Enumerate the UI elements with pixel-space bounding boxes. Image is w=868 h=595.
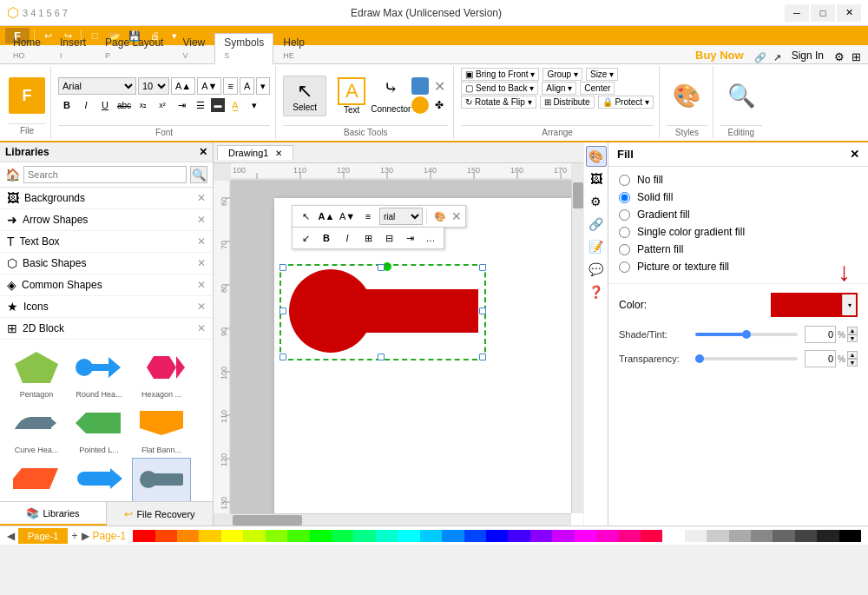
shade-tint-up[interactable]: ▲	[847, 327, 858, 334]
help-side-icon[interactable]: ❓	[586, 281, 607, 302]
note-side-icon[interactable]: 📝	[586, 236, 607, 257]
single-color-gradient-radio[interactable]	[619, 227, 630, 238]
handle-mr[interactable]	[479, 307, 486, 314]
ft-align-btn[interactable]: ≡	[358, 208, 378, 225]
shape-pentagon[interactable]: Pentagon	[7, 347, 66, 399]
color-cell[interactable]	[817, 530, 838, 542]
shade-tint-thumb[interactable]	[742, 330, 751, 339]
picture-texture-radio[interactable]	[619, 261, 630, 273]
font-family-select[interactable]: Arial	[58, 77, 136, 95]
fill-side-icon[interactable]: 🎨	[586, 146, 607, 167]
shape-circle-btn[interactable]	[411, 96, 429, 114]
library-item-2d-block[interactable]: ⊞ 2D Block ✕	[0, 318, 213, 340]
color-cell[interactable]	[310, 530, 332, 542]
color-cell[interactable]	[641, 530, 662, 542]
ft2-more-btn[interactable]: …	[421, 229, 440, 247]
transparency-up[interactable]: ▲	[847, 351, 858, 359]
color-cell[interactable]	[662, 530, 684, 542]
handle-br[interactable]	[479, 354, 486, 360]
ft2-img-btn[interactable]: ⊞	[358, 229, 378, 247]
align-button[interactable]: Align ▾	[542, 82, 576, 95]
color-cell[interactable]	[199, 530, 220, 542]
color-cell[interactable]	[221, 530, 243, 542]
font-color-button[interactable]: A	[240, 77, 254, 95]
color-cell[interactable]	[729, 530, 751, 542]
bold-button[interactable]: B	[58, 96, 76, 114]
library-item-arrow-shapes[interactable]: ➜ Arrow Shapes ✕	[0, 209, 213, 231]
ft-close-btn[interactable]: ✕	[451, 209, 462, 223]
no-fill-option[interactable]: No fill	[619, 174, 858, 186]
italic-button[interactable]: I	[77, 96, 95, 114]
transparency-thumb[interactable]	[695, 354, 704, 363]
color-cell[interactable]	[243, 530, 265, 542]
solid-fill-option[interactable]: Solid fill	[619, 191, 858, 203]
shade-tint-track[interactable]	[695, 333, 798, 336]
superscript-button[interactable]: x²	[154, 96, 171, 114]
color-cell[interactable]	[486, 530, 508, 542]
more-font-button[interactable]: ▾	[256, 77, 270, 95]
buy-now-button[interactable]: Buy Now	[688, 47, 751, 63]
close-button[interactable]: ✕	[837, 4, 861, 22]
shape-circle-with[interactable]: Circle wi...	[132, 458, 191, 501]
scrollbar-thumb-v[interactable]	[573, 182, 583, 208]
ft2-table-btn[interactable]: ⊟	[379, 229, 398, 247]
subscript-button[interactable]: x₂	[135, 96, 152, 114]
color-cell[interactable]	[420, 530, 442, 542]
add-page-btn[interactable]: +	[71, 530, 77, 542]
minimize-button[interactable]: ─	[785, 4, 809, 22]
shape-rounded-right[interactable]: Rounded R...	[69, 458, 128, 501]
color-cell[interactable]	[133, 530, 155, 542]
drawing1-tab-close[interactable]: ✕	[275, 149, 282, 158]
text-bg-button[interactable]: ▬	[211, 98, 225, 112]
file-button[interactable]: F	[9, 77, 45, 114]
format-side-icon[interactable]: 🖼	[586, 169, 607, 189]
library-item-text-box[interactable]: T Text Box ✕	[0, 231, 213, 253]
handle-bm[interactable]	[378, 354, 385, 360]
color-cell[interactable]	[552, 530, 574, 542]
send-to-back-button[interactable]: ▢ Send to Back ▾	[461, 82, 538, 95]
properties-side-icon[interactable]: ⚙	[586, 191, 607, 212]
library-item-backgrounds[interactable]: 🖼 Backgrounds ✕	[0, 188, 213, 209]
rotate-flip-button[interactable]: ↻ Rotate & Flip ▾	[461, 96, 536, 109]
no-fill-radio[interactable]	[619, 175, 630, 186]
gradient-fill-radio[interactable]	[619, 209, 630, 221]
ft2-italic-btn[interactable]: I	[338, 229, 357, 247]
text-box-close[interactable]: ✕	[197, 235, 206, 248]
pattern-fill-radio[interactable]	[619, 244, 630, 255]
color-cell[interactable]	[839, 530, 861, 542]
strikethrough-button[interactable]: abc	[115, 96, 133, 114]
share-icon[interactable]: 🔗	[754, 52, 766, 63]
basic-shapes-close[interactable]: ✕	[197, 257, 206, 269]
color-cell[interactable]	[751, 530, 773, 542]
color-cell[interactable]	[442, 530, 464, 542]
ft2-bold-btn[interactable]: B	[317, 229, 336, 247]
sign-in-button[interactable]: Sign In	[785, 48, 831, 63]
home-icon[interactable]: 🏠	[5, 168, 20, 182]
icons-close[interactable]: ✕	[197, 301, 206, 313]
color-cell[interactable]	[575, 530, 596, 542]
pattern-fill-option[interactable]: Pattern fill	[619, 243, 858, 255]
color-cell[interactable]	[287, 530, 309, 542]
common-shapes-close[interactable]: ✕	[197, 279, 206, 291]
vertical-scrollbar[interactable]	[571, 181, 583, 513]
bring-to-front-button[interactable]: ▣ Bring to Front ▾	[461, 68, 539, 81]
color-cell[interactable]	[685, 530, 707, 542]
tab-page-layout[interactable]: Page LayoutP	[95, 33, 173, 63]
tab-insert[interactable]: InsertI	[50, 33, 95, 63]
library-item-common-shapes[interactable]: ◈ Common Shapes ✕	[0, 274, 213, 296]
highlight-button[interactable]: A̲	[227, 96, 244, 114]
library-item-basic-shapes[interactable]: ⬡ Basic Shapes ✕	[0, 253, 213, 274]
page-nav-right[interactable]: ▶	[82, 530, 89, 542]
center-button[interactable]: Center	[580, 82, 615, 95]
editing-icon[interactable]: 🔍	[727, 83, 755, 109]
fill-panel-close[interactable]: ✕	[850, 148, 859, 161]
transparency-down[interactable]: ▼	[847, 359, 858, 367]
tab-home[interactable]: HomeHO	[3, 33, 50, 63]
ft2-arrow-btn[interactable]: ↙	[296, 229, 315, 247]
shape-curve-head[interactable]: Curve Hea...	[7, 402, 66, 454]
color-cell[interactable]	[353, 530, 375, 542]
color-cell[interactable]	[266, 530, 287, 542]
distribute-button[interactable]: ⊞ Distribute	[540, 96, 595, 109]
color-cell[interactable]	[618, 530, 640, 542]
scrollbar-thumb-h[interactable]	[233, 515, 302, 526]
